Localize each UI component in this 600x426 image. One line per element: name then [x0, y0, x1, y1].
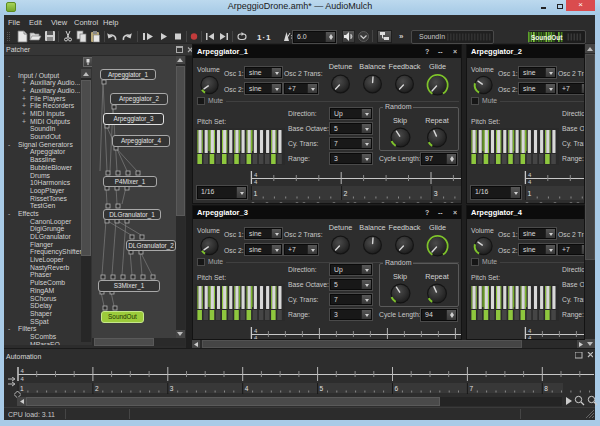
svg-text:4: 4: [21, 368, 25, 374]
svg-text:4: 4: [21, 376, 25, 382]
svg-text:1: 1: [253, 190, 257, 197]
svg-text:1: 1: [527, 190, 531, 197]
svg-text:4: 4: [254, 172, 258, 178]
svg-text:4: 4: [528, 179, 532, 185]
svg-text:4: 4: [528, 172, 532, 178]
svg-text:8: 8: [544, 385, 548, 392]
svg-text:4: 4: [254, 179, 258, 185]
svg-text:2: 2: [95, 385, 99, 392]
svg-text:3: 3: [434, 190, 438, 197]
svg-text:3: 3: [170, 385, 174, 392]
svg-text:4: 4: [254, 328, 258, 334]
svg-text:6: 6: [395, 385, 399, 392]
svg-text:7: 7: [469, 385, 473, 392]
svg-text:5: 5: [320, 385, 324, 392]
svg-text:4: 4: [528, 328, 532, 334]
svg-text:4: 4: [245, 385, 249, 392]
svg-text:2: 2: [344, 190, 348, 197]
